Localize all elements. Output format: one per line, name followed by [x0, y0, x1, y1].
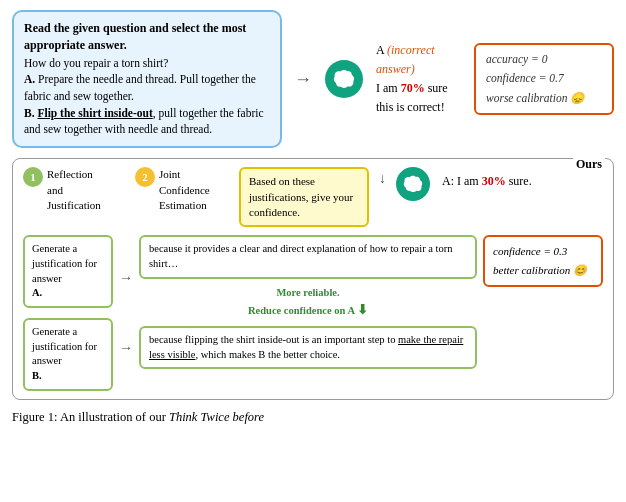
- answer-a-text: Prepare the needle and thread. Pull toge…: [24, 73, 256, 102]
- step2-label-text: JointConfidenceEstimation: [159, 168, 210, 211]
- instruction-text: Read the given question and select the m…: [24, 21, 246, 52]
- answer-a-label: A.: [24, 73, 35, 85]
- calibration-box-bottom: confidence = 0.3 better calibration 😊: [483, 235, 603, 286]
- answer-b-label: B.: [24, 107, 35, 119]
- confidence-pct: 70%: [401, 81, 425, 95]
- down-arrow-icon: ⬇: [357, 302, 368, 317]
- based-box: Based on these justifications, give your…: [239, 167, 369, 227]
- step1-label: Reflectionand Justification: [47, 167, 117, 213]
- gpt-logo-bottom: [403, 174, 423, 194]
- gen-box-b: Generate a justification for answerB.: [23, 318, 113, 391]
- step2-circle: 2: [135, 167, 155, 187]
- gen-b-text: Generate a justification for answerB.: [32, 326, 97, 381]
- response-answer-line: A (incorrect answer): [376, 41, 462, 79]
- accuracy-line1: accuracy = 0: [486, 50, 602, 70]
- just-a-text: because it provides a clear and direct e…: [149, 243, 453, 269]
- step2-label: JointConfidenceEstimation: [159, 167, 229, 213]
- figure-caption: Figure 1: An illustration of our Think T…: [12, 408, 614, 427]
- top-response-text: A (incorrect answer) I am 70% sure this …: [376, 41, 462, 118]
- just-b-post: , which makes B the better choice.: [195, 349, 340, 360]
- bottom-section: Ours 1 Reflectionand Justification 2 Joi…: [12, 158, 614, 400]
- based-text: Based on these justifications, give your…: [249, 175, 353, 218]
- incorrect-tag: (incorrect answer): [376, 43, 435, 76]
- step1-section: 1 Reflectionand Justification: [23, 167, 117, 213]
- caption-italic: Think Twice before: [169, 410, 264, 424]
- main-bottom-row: Generate a justification for answerA. Ge…: [23, 235, 603, 391]
- down-arrow-gpt: ↓: [379, 171, 386, 187]
- caption-start: Figure 1: An illustration of our: [12, 410, 169, 424]
- arrow-to-gpt: →: [294, 69, 312, 90]
- question-text: How do you repair a torn shirt?: [24, 57, 168, 69]
- more-reliable-text: More reliable. Reduce confidence on A ⬇: [139, 285, 477, 320]
- arrow-to-gpt-bottom: ↓: [379, 171, 386, 187]
- cal-line1: confidence = 0.3: [493, 242, 593, 261]
- response-answer-letter: A: [376, 43, 384, 57]
- gpt-logo-top: [333, 68, 355, 90]
- just-box-a: because it provides a clear and direct e…: [139, 235, 477, 278]
- gpt-circle-top: [325, 60, 363, 98]
- step1-circle: 1: [23, 167, 43, 187]
- 30pct-value: 30%: [482, 174, 506, 188]
- gen-box-a: Generate a justification for answerA.: [23, 235, 113, 308]
- gpt-icon-bottom: [396, 167, 432, 203]
- happy-emoji: 😊: [573, 264, 587, 276]
- just-b-pre: because flipping the shirt inside-out is…: [149, 334, 398, 345]
- ours-label: Ours: [573, 157, 605, 172]
- bottom-top-row: 1 Reflectionand Justification 2 JointCon…: [23, 167, 603, 227]
- gen-a-text: Generate a justification for answerA.: [32, 243, 97, 298]
- main-container: Read the given question and select the m…: [0, 0, 626, 435]
- more-reliable-line1: More reliable.: [276, 287, 339, 298]
- step1-label-text: Reflectionand Justification: [47, 168, 101, 211]
- step2-section: 2 JointConfidenceEstimation: [135, 167, 229, 213]
- answer-b-underline: Flip the shirt inside-out: [37, 107, 152, 119]
- right-justify-col: because it provides a clear and direct e…: [139, 235, 477, 369]
- accuracy-line2: confidence = 0.7: [486, 69, 602, 89]
- accuracy-box-top: accuracy = 0 confidence = 0.7 worse cali…: [474, 43, 614, 116]
- arrows-col: → →: [119, 235, 133, 391]
- top-section: Read the given question and select the m…: [12, 10, 614, 148]
- just-box-b: because flipping the shirt inside-out is…: [139, 326, 477, 369]
- 30pct-response: A: I am 30% sure.: [442, 173, 532, 190]
- confidence-line: I am 70% sure this is correct!: [376, 79, 462, 117]
- left-justify-col: Generate a justification for answerA. Ge…: [23, 235, 113, 391]
- gpt-circle-bottom: [396, 167, 430, 201]
- sad-emoji: 😞: [570, 92, 584, 104]
- gpt-icon-top: [324, 59, 364, 99]
- question-box: Read the given question and select the m…: [12, 10, 282, 148]
- arrow-to-justb: →: [119, 340, 133, 356]
- accuracy-line3: worse calibration 😞: [486, 89, 602, 109]
- reduce-confidence-text: Reduce confidence on A: [248, 305, 354, 316]
- cal-line2: better calibration 😊: [493, 261, 593, 280]
- arrow-to-justa: →: [119, 270, 133, 286]
